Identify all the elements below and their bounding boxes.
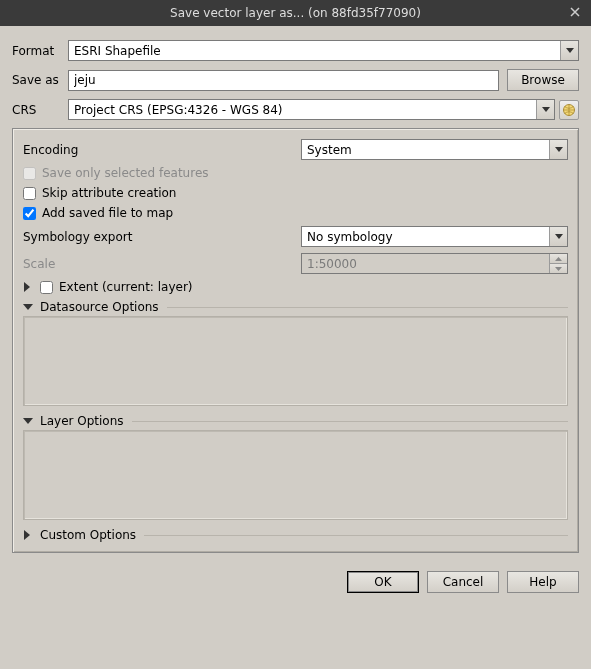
- extent-label: Extent (current: layer): [59, 280, 193, 294]
- titlebar: Save vector layer as... (on 88fd35f77090…: [0, 0, 591, 26]
- crs-value: Project CRS (EPSG:4326 - WGS 84): [69, 103, 536, 117]
- chevron-down-icon: [536, 100, 554, 119]
- symbology-dropdown[interactable]: No symbology: [301, 226, 568, 247]
- divider: [132, 421, 568, 422]
- encoding-label: Encoding: [23, 143, 301, 157]
- chevron-down-icon: [549, 227, 567, 246]
- layer-options-label: Layer Options: [40, 414, 124, 428]
- encoding-value: System: [302, 143, 549, 157]
- encoding-dropdown[interactable]: System: [301, 139, 568, 160]
- add-to-map-checkbox[interactable]: [23, 207, 36, 220]
- divider: [167, 307, 568, 308]
- window-title: Save vector layer as... (on 88fd35f77090…: [170, 6, 421, 20]
- custom-options-toggle[interactable]: [23, 530, 37, 540]
- browse-button[interactable]: Browse: [507, 69, 579, 91]
- crs-label: CRS: [12, 103, 68, 117]
- scale-value: 1:50000: [302, 254, 549, 273]
- datasource-options-area: [23, 316, 568, 406]
- save-as-label: Save as: [12, 73, 68, 87]
- close-icon[interactable]: [567, 4, 583, 20]
- add-to-map-label: Add saved file to map: [42, 206, 173, 220]
- datasource-label: Datasource Options: [40, 300, 159, 314]
- format-value: ESRI Shapefile: [69, 44, 560, 58]
- cancel-button[interactable]: Cancel: [427, 571, 499, 593]
- symbology-value: No symbology: [302, 230, 549, 244]
- divider: [144, 535, 568, 536]
- skip-attr-label: Skip attribute creation: [42, 186, 176, 200]
- format-dropdown[interactable]: ESRI Shapefile: [68, 40, 579, 61]
- spin-down-icon: [550, 263, 567, 273]
- chevron-down-icon: [560, 41, 578, 60]
- format-label: Format: [12, 44, 68, 58]
- ok-button[interactable]: OK: [347, 571, 419, 593]
- dialog-footer: OK Cancel Help: [0, 563, 591, 603]
- save-as-input[interactable]: [68, 70, 499, 91]
- layer-options-area: [23, 430, 568, 520]
- crs-dropdown[interactable]: Project CRS (EPSG:4326 - WGS 84): [68, 99, 555, 120]
- scale-spin: 1:50000: [301, 253, 568, 274]
- spin-up-icon: [550, 254, 567, 263]
- crs-selector-button[interactable]: [559, 100, 579, 120]
- scale-label: Scale: [23, 257, 301, 271]
- save-selected-checkbox: [23, 167, 36, 180]
- datasource-toggle[interactable]: [23, 303, 37, 311]
- custom-options-label: Custom Options: [40, 528, 136, 542]
- options-panel: Encoding System Save only selected featu…: [12, 128, 579, 553]
- save-selected-label: Save only selected features: [42, 166, 209, 180]
- chevron-down-icon: [549, 140, 567, 159]
- help-button[interactable]: Help: [507, 571, 579, 593]
- extent-toggle[interactable]: [23, 282, 37, 292]
- symbology-label: Symbology export: [23, 230, 301, 244]
- extent-checkbox[interactable]: [40, 281, 53, 294]
- content-area: Format ESRI Shapefile Save as Browse CRS…: [0, 26, 591, 563]
- layer-options-toggle[interactable]: [23, 417, 37, 425]
- skip-attr-checkbox[interactable]: [23, 187, 36, 200]
